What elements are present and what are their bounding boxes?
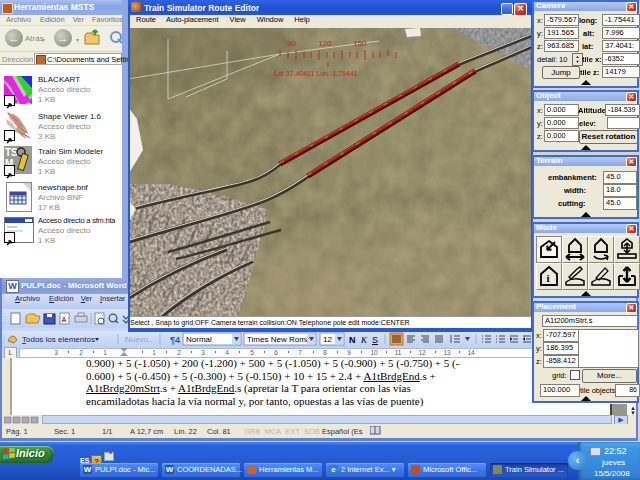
svg-text:90: 90: [287, 39, 296, 48]
svg-text:6: 6: [274, 349, 278, 356]
svg-text:1: 1: [152, 349, 156, 356]
svg-text:7: 7: [298, 349, 302, 356]
svg-text:N: N: [349, 335, 356, 345]
svg-text:3: 3: [201, 349, 205, 356]
svg-text:5: 5: [250, 349, 254, 356]
svg-text:TS: TS: [5, 147, 18, 158]
svg-text:9: 9: [347, 349, 351, 356]
svg-text:11: 11: [395, 349, 402, 356]
svg-text:13: 13: [443, 349, 451, 356]
svg-text:150: 150: [353, 39, 367, 48]
svg-text:K: K: [360, 335, 368, 345]
svg-text:1: 1: [103, 349, 107, 356]
svg-text:S: S: [372, 335, 378, 345]
svg-text:2: 2: [177, 349, 181, 356]
svg-text:Todos los elementos: Todos los elementos: [22, 335, 95, 344]
svg-text:¶4: ¶4: [170, 335, 180, 345]
svg-text:2: 2: [79, 349, 83, 356]
svg-text:4: 4: [225, 349, 229, 356]
svg-text:Times New Roman: Times New Roman: [247, 335, 315, 344]
svg-text:Normal: Normal: [186, 335, 212, 344]
svg-text:10: 10: [370, 349, 378, 356]
svg-text:Nuevo...: Nuevo...: [125, 335, 155, 344]
svg-text:Lat 37.40411 Lon -1.75441: Lat 37.40411 Lon -1.75441: [274, 70, 358, 77]
svg-text:12: 12: [418, 349, 426, 356]
svg-text:120: 120: [318, 39, 332, 48]
svg-text:12: 12: [323, 335, 332, 344]
svg-text:A: A: [62, 316, 67, 323]
svg-text:3: 3: [54, 349, 58, 356]
svg-text:i: i: [547, 272, 550, 284]
svg-text:8: 8: [323, 349, 327, 356]
svg-text:14: 14: [467, 349, 475, 356]
